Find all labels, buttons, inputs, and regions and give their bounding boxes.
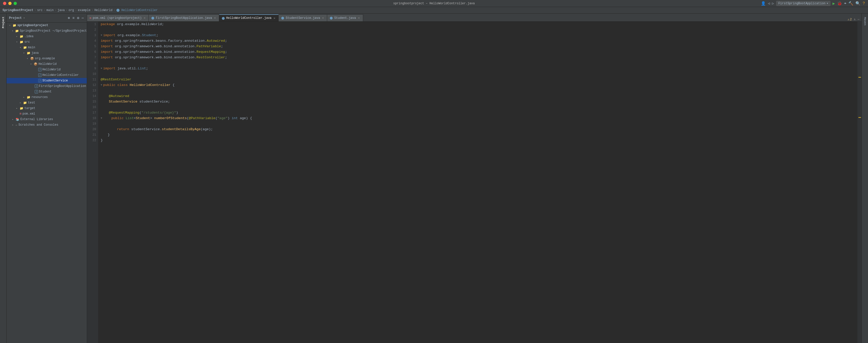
tree-item-external-libraries[interactable]: ▸ 📚 External Libraries: [6, 116, 87, 122]
minimize-button[interactable]: [8, 2, 11, 5]
tree-label-src: src: [24, 40, 30, 44]
sidebar-header-left: Project ▾: [9, 16, 25, 20]
tab-pom-close[interactable]: ✕: [143, 16, 146, 20]
fold-icon-18[interactable]: ▼: [101, 115, 102, 121]
fold-icon-3[interactable]: ▼: [101, 33, 102, 38]
run-button[interactable]: ▶: [833, 1, 835, 6]
idea-folder-icon: 📁: [20, 35, 23, 38]
breadcrumb-src[interactable]: src: [37, 8, 43, 12]
helloworld-pkg-icon: 📦: [34, 62, 37, 66]
tree-label-target: target: [24, 107, 35, 110]
locate-file-icon[interactable]: ⊕: [67, 15, 70, 21]
tab-studentservice[interactable]: ⬤ StudentService.java ✕: [279, 14, 327, 21]
tree-item-springbootproject[interactable]: ▾ 📁 SpringBootProject ~/SpringBootProjec…: [6, 28, 87, 34]
tab-studentservice-icon: ⬤: [281, 16, 284, 20]
tree-label-test: test: [28, 101, 35, 105]
line-number-19: 19: [87, 121, 96, 127]
vcs-forward-icon[interactable]: ▷: [772, 1, 774, 5]
close-button[interactable]: [3, 2, 6, 5]
help-button[interactable]: ?: [863, 1, 865, 6]
tree-item-target[interactable]: ▸ 📁 target: [6, 106, 87, 111]
line-number-16: 16: [87, 105, 96, 110]
tree-item-scratches[interactable]: ▸ ✏ Scratches and Consoles: [6, 122, 87, 128]
vcs-back-icon[interactable]: ◁: [768, 1, 770, 5]
tree-item-helloworld-pkg[interactable]: ▾ 📦 HelloWorld: [6, 61, 87, 67]
tree-item-firstspringbootapp[interactable]: J FirstSpringBootApplication: [6, 83, 87, 89]
sidebar-dropdown-icon[interactable]: ▾: [23, 16, 25, 20]
breadcrumb-sep-1: ›: [34, 8, 36, 12]
tree-item-idea[interactable]: ▸ 📁 .idea: [6, 34, 87, 39]
left-panel: Project Project ▾ ⊕ ≡ ⚙ ⋯ ▾ �: [0, 13, 87, 343]
tab-firstspringboot-label: FirstSpringBootApplication.java: [156, 16, 212, 20]
tab-studentservice-close[interactable]: ✕: [322, 16, 324, 20]
tab-pom[interactable]: m pom.xml (springbootproject) ✕: [87, 14, 149, 21]
tab-firstspringboot-icon: ⬤: [151, 16, 154, 20]
build-button[interactable]: 🔨: [848, 1, 854, 6]
tab-student-close[interactable]: ✕: [358, 16, 361, 20]
src-folder-icon: 📁: [20, 40, 23, 44]
maven-tab[interactable]: Maven: [863, 15, 868, 27]
search-everywhere-button[interactable]: 🔍: [856, 1, 861, 6]
code-line-6: import org.springframework.web.bind.anno…: [101, 49, 855, 55]
line-number-20: 20: [87, 127, 96, 132]
tree-label-helloworld-java: HelloWorld: [42, 68, 61, 71]
code-line-1: package org.example.HelloWorld;: [101, 22, 855, 27]
line-number-14: 14: [87, 94, 96, 99]
tree-label-student: Student: [39, 90, 52, 94]
tab-firstspringboot[interactable]: ⬤ FirstSpringBootApplication.java ✕: [149, 14, 219, 21]
tree-item-main[interactable]: ▾ 📁 main: [6, 45, 87, 50]
main-area: Project Project ▾ ⊕ ≡ ⚙ ⋯ ▾ �: [0, 13, 868, 343]
code-line-4: import org.springframework.beans.factory…: [101, 38, 855, 44]
fold-icon-9[interactable]: ▼: [101, 66, 102, 71]
tree-label-org-example: org.example: [35, 57, 55, 60]
tree-item-student[interactable]: J Student: [6, 89, 87, 95]
fold-icon-12[interactable]: ▼: [101, 82, 102, 88]
debug-button[interactable]: 🐞: [837, 1, 842, 6]
line-number-10: 10: [87, 71, 96, 77]
sidebar-more-icon[interactable]: ⋯: [81, 15, 84, 21]
tree-label-scratches: Scratches and Consoles: [19, 123, 58, 127]
run-config-selector[interactable]: FirstSpringBootApplication ▾: [776, 1, 831, 6]
breadcrumb-file[interactable]: ⬤ HelloWorldController: [116, 8, 158, 12]
tree-item-org-example[interactable]: ▾ 📦 org.example: [6, 56, 87, 61]
firstspringbootapp-icon: J: [35, 84, 38, 88]
line-number-22: 22: [87, 138, 96, 143]
springbootproject-icon: 📁: [15, 29, 19, 33]
tab-helloworldcontroller[interactable]: ⬤ HelloWorldController.java ✕: [219, 14, 279, 21]
sidebar: Project ▾ ⊕ ≡ ⚙ ⋯ ▾ 📁 springbootproject: [6, 13, 87, 343]
maximize-button[interactable]: [13, 2, 17, 5]
breadcrumb-helloworld[interactable]: HelloWorld: [94, 8, 113, 12]
tree-item-helloworldcontroller[interactable]: J HelloWorldController: [6, 72, 87, 78]
breadcrumb-project[interactable]: SpringBootProject: [2, 8, 33, 12]
title-bar-right: 👤 ◁ ▷ FirstSpringBootApplication ▾ ▶ 🐞 ☂…: [761, 1, 865, 6]
tree-item-pom[interactable]: m pom.xml: [6, 111, 87, 116]
sidebar-settings-icon[interactable]: ⚙: [76, 15, 80, 21]
tree-label-idea: .idea: [24, 35, 33, 38]
tree-item-src[interactable]: ▾ 📁 src: [6, 39, 87, 45]
tree-item-resources[interactable]: ▸ 📁 resources: [6, 95, 87, 100]
breadcrumb-java[interactable]: java: [57, 8, 65, 12]
collapse-all-icon[interactable]: ≡: [72, 15, 75, 21]
line-number-1: 1: [87, 22, 96, 27]
project-tab[interactable]: Project: [1, 14, 6, 30]
tree-item-helloworld-java[interactable]: J HelloWorld: [6, 67, 87, 72]
code-line-14: @Autowired: [101, 94, 855, 99]
line-number-7: 7: [87, 55, 96, 60]
tab-hwcontroller-close[interactable]: ✕: [273, 16, 276, 20]
breadcrumb-example[interactable]: example: [78, 8, 90, 12]
tab-firstspringboot-close[interactable]: ✕: [214, 16, 216, 20]
coverage-button[interactable]: ☂: [844, 1, 847, 6]
code-line-13: [101, 88, 855, 94]
user-icon[interactable]: 👤: [761, 1, 766, 6]
tree-item-java[interactable]: ▾ 📁 java: [6, 50, 87, 56]
tree-item-test[interactable]: ▸ 📁 test: [6, 100, 87, 106]
more-tabs-icon[interactable]: ⋯: [858, 18, 860, 21]
breadcrumb-org[interactable]: org: [68, 8, 74, 12]
tab-student[interactable]: ⬤ Student.java ✕: [327, 14, 363, 21]
tree-item-root[interactable]: ▾ 📁 springbootproject: [6, 23, 87, 28]
line-number-3: 3: [87, 33, 96, 38]
code-content[interactable]: package org.example.HelloWorld; ▼import …: [98, 22, 858, 343]
tree-item-studentservice[interactable]: J StudentService: [6, 78, 87, 83]
breadcrumb-main[interactable]: main: [46, 8, 54, 12]
expand-editor-icon[interactable]: ∧: [854, 18, 856, 21]
